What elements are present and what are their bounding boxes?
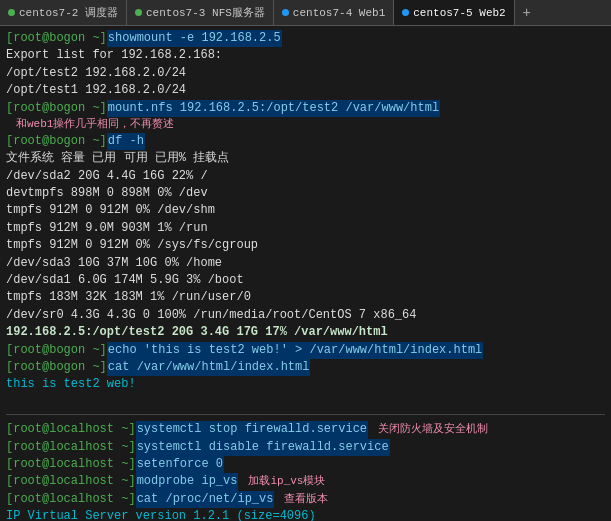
terminal-line: [root@localhost ~] systemctl stop firewa…: [6, 421, 605, 438]
prompt: [root@bogon ~]: [6, 133, 107, 150]
terminal-line: /dev/sda2 20G 4.4G 16G 22% /: [6, 168, 605, 185]
terminal-line: this is test2 web!: [6, 376, 605, 393]
prompt: [root@localhost ~]: [6, 439, 136, 456]
terminal-line: tmpfs 912M 0 912M 0% /dev/shm: [6, 202, 605, 219]
terminal-line: [root@bogon ~] showmount -e 192.168.2.5: [6, 30, 605, 47]
output-text: /opt/test2 192.168.2.0/24: [6, 65, 186, 82]
output-text: tmpfs 183M 32K 183M 1% /run/user/0: [6, 289, 251, 306]
command: systemctl disable firewalld.service: [136, 439, 390, 456]
output-text: Export list for 192.168.2.168:: [6, 47, 222, 64]
terminal-line: [root@localhost ~] systemctl disable fir…: [6, 439, 605, 456]
output-text: /dev/sda2 20G 4.4G 16G 22% /: [6, 168, 208, 185]
tab-dot: [402, 9, 409, 16]
tab-label: centos7-4 Web1: [293, 7, 385, 19]
terminal-line: [root@bogon ~] cat /var/www/html/index.h…: [6, 359, 605, 376]
prompt: [root@bogon ~]: [6, 100, 107, 117]
tab-dot: [282, 9, 289, 16]
terminal-line: /opt/test2 192.168.2.0/24: [6, 65, 605, 82]
prompt: [root@localhost ~]: [6, 473, 136, 490]
add-tab-button[interactable]: +: [515, 0, 539, 25]
command: setenforce 0: [136, 456, 224, 473]
tab-centos7-4[interactable]: centos7-4 Web1: [274, 0, 394, 25]
tab-label: centos7-5 Web2: [413, 7, 505, 19]
command: cat /proc/net/ip_vs: [136, 491, 275, 508]
command: echo 'this is test2 web!' > /var/www/htm…: [107, 342, 483, 359]
terminal-line: /dev/sda3 10G 37M 10G 0% /home: [6, 255, 605, 272]
terminal-line: /opt/test1 192.168.2.0/24: [6, 82, 605, 99]
terminal-area[interactable]: [root@bogon ~] showmount -e 192.168.2.5E…: [0, 26, 611, 521]
tab-dot: [8, 9, 15, 16]
output-text: /dev/sda1 6.0G 174M 5.9G 3% /boot: [6, 272, 244, 289]
tab-label: centos7-3 NFS服务器: [146, 5, 265, 20]
terminal-line: /dev/sr0 4.3G 4.3G 0 100% /run/media/roo…: [6, 307, 605, 324]
annotation: 查看版本: [284, 492, 328, 508]
command: showmount -e 192.168.2.5: [107, 30, 282, 47]
terminal-line: [6, 414, 605, 418]
terminal-line: 192.168.2.5:/opt/test2 20G 3.4G 17G 17% …: [6, 324, 605, 341]
terminal-line: devtmpfs 898M 0 898M 0% /dev: [6, 185, 605, 202]
tab-centos7-3[interactable]: centos7-3 NFS服务器: [127, 0, 274, 25]
output-text-cyan: IP Virtual Server version 1.2.1 (size=40…: [6, 508, 316, 521]
prompt: [root@bogon ~]: [6, 30, 107, 47]
terminal-line: [root@bogon ~] echo 'this is test2 web!'…: [6, 342, 605, 359]
terminal-line: [root@bogon ~] df -h: [6, 133, 605, 150]
command: modprobe ip_vs: [136, 473, 239, 490]
terminal-line: tmpfs 912M 9.0M 903M 1% /run: [6, 220, 605, 237]
tab-centos7-2[interactable]: centos7-2 调度器: [0, 0, 127, 25]
output-text: /dev/sda3 10G 37M 10G 0% /home: [6, 255, 222, 272]
terminal-line: [root@bogon ~] mount.nfs 192.168.2.5:/op…: [6, 100, 605, 133]
terminal-line: [6, 394, 605, 411]
terminal-line: [root@localhost ~] modprobe ip_vs加载ip_vs…: [6, 473, 605, 490]
terminal-line: tmpfs 183M 32K 183M 1% /run/user/0: [6, 289, 605, 306]
output-text: tmpfs 912M 0 912M 0% /dev/shm: [6, 202, 215, 219]
prompt: [root@localhost ~]: [6, 456, 136, 473]
tab-dot: [135, 9, 142, 16]
terminal-line: IP Virtual Server version 1.2.1 (size=40…: [6, 508, 605, 521]
terminal-line: [root@localhost ~] cat /proc/net/ip_vs查看…: [6, 491, 605, 508]
annotation: 加载ip_vs模块: [248, 474, 325, 490]
terminal-line: [root@localhost ~] setenforce 0: [6, 456, 605, 473]
output-text-highlight: 192.168.2.5:/opt/test2 20G 3.4G 17G 17% …: [6, 324, 388, 341]
annotation: 关闭防火墙及安全机制: [378, 422, 488, 438]
terminal-line: 文件系统 容量 已用 可用 已用% 挂载点: [6, 150, 605, 167]
command: mount.nfs 192.168.2.5:/opt/test2 /var/ww…: [107, 100, 440, 117]
terminal-line: /dev/sda1 6.0G 174M 5.9G 3% /boot: [6, 272, 605, 289]
prompt: [root@localhost ~]: [6, 421, 136, 438]
command: cat /var/www/html/index.html: [107, 359, 311, 376]
output-text: tmpfs 912M 0 912M 0% /sys/fs/cgroup: [6, 237, 258, 254]
prompt: [root@localhost ~]: [6, 491, 136, 508]
annotation: 和web1操作几乎相同，不再赘述: [16, 117, 174, 133]
terminal-line: Export list for 192.168.2.168:: [6, 47, 605, 64]
prompt: [root@bogon ~]: [6, 359, 107, 376]
command: systemctl stop firewalld.service: [136, 421, 368, 438]
prompt: [root@bogon ~]: [6, 342, 107, 359]
tab-centos7-5[interactable]: centos7-5 Web2: [394, 0, 514, 25]
terminal-line: tmpfs 912M 0 912M 0% /sys/fs/cgroup: [6, 237, 605, 254]
output-text: /dev/sr0 4.3G 4.3G 0 100% /run/media/roo…: [6, 307, 416, 324]
output-text: tmpfs 912M 9.0M 903M 1% /run: [6, 220, 208, 237]
output-text: 文件系统 容量 已用 可用 已用% 挂载点: [6, 150, 229, 167]
command: df -h: [107, 133, 145, 150]
output-text: /opt/test1 192.168.2.0/24: [6, 82, 186, 99]
tab-bar: centos7-2 调度器 centos7-3 NFS服务器 centos7-4…: [0, 0, 611, 26]
output-text: devtmpfs 898M 0 898M 0% /dev: [6, 185, 208, 202]
output-text-cyan: this is test2 web!: [6, 376, 136, 393]
tab-label: centos7-2 调度器: [19, 5, 118, 20]
